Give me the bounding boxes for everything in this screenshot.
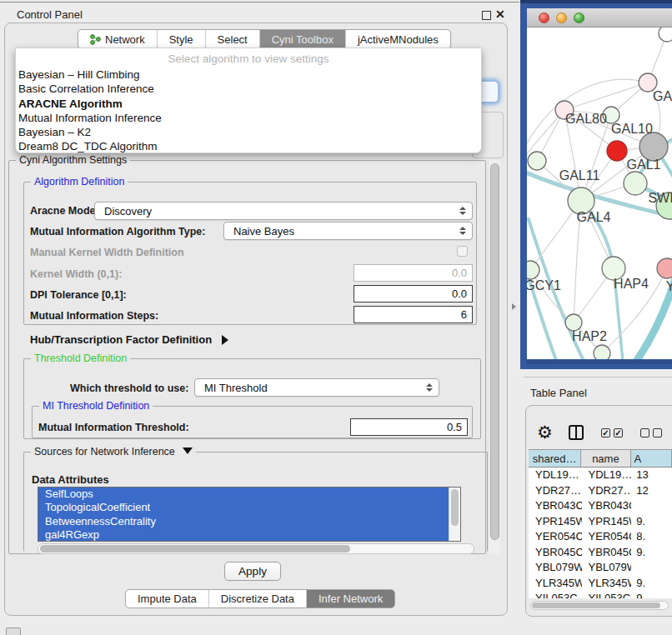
table-cell: YLR345W [529,576,582,592]
mi-threshold-group-title: MI Threshold Definition [39,400,153,412]
table-horizontal-scrollbar[interactable] [530,601,669,610]
table-cell: YBR045C [582,545,632,561]
tab-infer-network-label: Infer Network [318,592,383,605]
manual-kernel-width-checkbox[interactable] [457,246,468,257]
algorithm-list-item[interactable]: Dream8 DC_TDC Algorithm [16,139,481,153]
select-all-columns-button[interactable]: ✓ ✓ [601,428,623,438]
network-node[interactable] [565,314,582,331]
float-window-icon[interactable] [482,11,491,20]
data-attribute-item[interactable]: BetweennessCentrality [38,515,450,528]
tab-discretize-data[interactable]: Discretize Data [208,590,306,608]
settings-vscrollbar-thumb[interactable] [490,163,499,540]
sources-group-title[interactable]: Sources for Network Inference [31,446,196,458]
column-header-name[interactable]: name [581,450,630,467]
network-node[interactable] [528,152,546,170]
which-threshold-select[interactable]: MI Threshold [194,378,439,397]
network-canvas[interactable]: GALGAL80GAL10GAL1GAL11SWI4GAL4GCY1HAP4YH… [527,28,672,359]
network-node[interactable] [657,258,672,278]
algorithm-list: Bayesian – Hill ClimbingBasic Correlatio… [16,68,481,154]
table-hscrollbar-thumb[interactable] [532,602,660,608]
dpi-tolerance-input[interactable]: 0.0 [354,285,473,302]
table-row[interactable]: YPR145WYPR145W9. [529,514,672,530]
list-vertical-scrollbar[interactable] [449,488,460,541]
network-node[interactable] [594,345,610,359]
data-attribute-item[interactable]: SelfLoops [38,488,450,501]
table-row[interactable]: YBR045CYBR045C9. [529,545,672,561]
algorithm-list-item[interactable]: Bayesian – Hill Climbing [16,68,481,82]
network-node[interactable] [624,172,647,195]
table-row[interactable]: YER054CYER054C8. [529,529,672,545]
network-node[interactable] [607,141,627,161]
mi-algorithm-type-select[interactable]: Naive Bayes [223,222,473,240]
list-scrollbar-thumb[interactable] [451,489,459,526]
cyni-bottom-tabbar: Impute Data Discretize Data Infer Networ… [125,589,395,608]
tab-select-label: Select [218,33,248,46]
column-header-clipped[interactable]: A [631,450,672,467]
table-row[interactable]: YDR27…YDR27…12 [529,483,672,499]
hub-definition-expander[interactable]: Hub/Transcription Factor Definition [30,333,228,346]
network-graph: GALGAL80GAL10GAL1GAL11SWI4GAL4GCY1HAP4YH… [527,28,672,359]
algorithm-list-item[interactable]: Mutual Information Inference [16,111,481,125]
tab-impute-data[interactable]: Impute Data [126,590,208,608]
tab-cyni-toolbox[interactable]: Cyni Toolbox [259,30,345,48]
window-zoom-traffic-icon[interactable] [574,12,584,23]
data-attribute-item[interactable]: TopologicalCoefficient [38,501,450,514]
minimized-panel-icon[interactable] [6,628,21,635]
window-close-traffic-icon[interactable] [539,12,549,23]
settings-hscrollbar-thumb[interactable] [40,545,350,552]
tab-select[interactable]: Select [205,30,259,48]
deselect-all-columns-button[interactable] [640,428,662,438]
table-row[interactable]: YLR345WYLR345W9. [529,576,672,592]
settings-horizontal-scrollbar[interactable] [38,543,474,554]
tab-infer-network[interactable]: Infer Network [306,590,394,608]
tab-style[interactable]: Style [157,30,205,48]
network-edge[interactable] [564,82,648,110]
table-header-row: shared… name A [529,449,672,468]
table-row[interactable]: YBL079WYBL079W [529,560,672,576]
table-row[interactable]: YBR043CYBR043C [529,498,672,514]
table-body: YDL19…YDL19…13YDR27…YDR27…12YBR043CYBR04… [529,468,672,598]
tab-jactivemnodules[interactable]: jActiveMNodules [345,30,450,48]
settings-vertical-scrollbar[interactable] [488,160,500,553]
cyni-settings-group-title: Cyni Algorithm Settings [16,154,130,166]
table-cell: YBR043C [529,498,582,514]
table-cell: YDR27… [582,483,632,499]
apply-button[interactable]: Apply [224,562,281,581]
columns-icon[interactable] [569,425,584,440]
tab-network[interactable]: Network [78,30,157,48]
aracne-mode-select[interactable]: Discovery [94,202,473,220]
splitter-handle-icon[interactable] [512,303,516,310]
network-view-window[interactable]: GALGAL80GAL10GAL1GAL11SWI4GAL4GCY1HAP4YH… [520,0,672,369]
network-node[interactable] [639,132,668,161]
table-cell: 9. [631,545,672,561]
network-node-label: GAL1 [627,158,661,172]
network-node-label: Y [666,279,672,293]
network-node-label: GAL80 [565,112,607,126]
network-window-titlebar[interactable] [527,8,672,28]
table-cell: YIL053C [582,591,632,598]
network-node[interactable] [659,28,672,42]
table-cell: YPR145W [582,514,632,530]
network-node[interactable] [527,261,539,279]
threshold-definition-title: Threshold Definition [31,352,130,364]
algorithm-dropdown-popup: Select algorithm to view settings Bayesi… [15,48,482,153]
data-attributes-list[interactable]: SelfLoopsTopologicalCoefficientBetweenne… [38,487,461,542]
column-header-shared-name[interactable]: shared… [529,450,581,467]
table-row[interactable]: YDL19…YDL19…13 [529,468,672,483]
algorithm-list-item[interactable]: ARACNE Algorithm [16,97,481,111]
algorithm-dropdown-placeholder: Select algorithm to view settings [16,51,481,68]
tab-jactivemnodules-label: jActiveMNodules [358,33,439,46]
gear-icon[interactable]: ⚙ [537,422,553,443]
window-minimize-traffic-icon[interactable] [556,12,567,23]
kernel-width-input[interactable]: 0.0 [354,264,473,282]
manual-kernel-width-label: Manual Kernel Width Definition [30,247,184,258]
mi-steps-input[interactable]: 6 [354,306,473,323]
algorithm-list-item[interactable]: Bayesian – K2 [16,125,481,139]
table-row[interactable]: YIL053CYIL053C9. [529,591,672,598]
algorithm-list-item[interactable]: Basic Correlation Inference [16,82,481,96]
data-attributes-items: SelfLoopsTopologicalCoefficientBetweenne… [38,488,460,542]
close-icon[interactable]: ✕ [495,8,505,21]
mi-threshold-input[interactable]: 0.5 [350,418,468,436]
data-attribute-item[interactable]: gal4RGexp [38,528,450,542]
sources-group-title-text: Sources for Network Inference [34,446,175,458]
